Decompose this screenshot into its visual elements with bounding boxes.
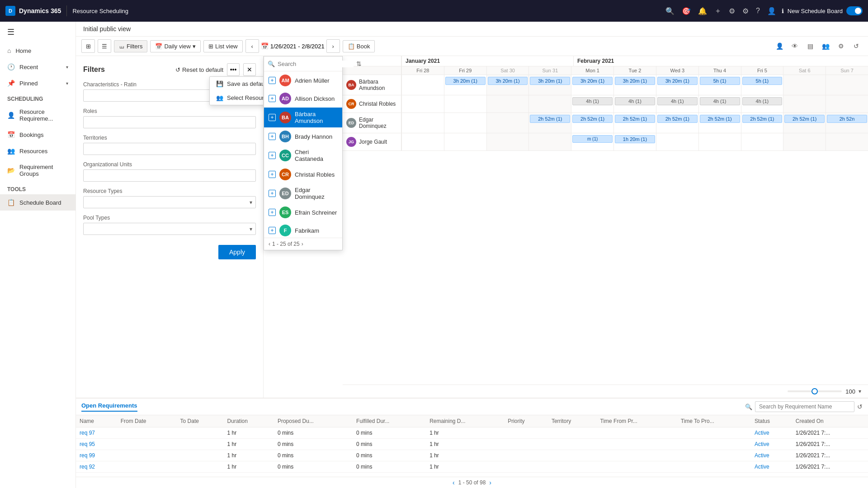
zoom-slider[interactable] <box>788 390 842 392</box>
sidebar-item-resources[interactable]: 👥 Resources <box>0 143 75 159</box>
req-name-link[interactable]: req 92 <box>80 464 95 470</box>
status-active-link[interactable]: Active <box>755 452 769 459</box>
status-active-link[interactable]: Active <box>755 441 769 447</box>
req-name-link[interactable]: req 99 <box>80 452 95 459</box>
cell-barbara-mon1[interactable]: 3h 20m (1) <box>571 75 613 95</box>
plus-icon[interactable]: ＋ <box>714 6 722 16</box>
resource-add-icon[interactable]: + <box>269 171 276 178</box>
resource-add-icon[interactable]: + <box>269 209 276 216</box>
new-schedule-toggle-switch[interactable] <box>846 6 863 15</box>
sidebar-item-bookings[interactable]: 📅 Bookings <box>0 127 75 143</box>
target-icon[interactable]: 🎯 <box>682 7 691 15</box>
cell-barbara-wed3[interactable]: 3h 20m (1) <box>656 75 698 95</box>
search-icon[interactable]: 🔍 <box>665 7 675 15</box>
cell-jorge-mon1[interactable]: m (1) <box>571 133 613 150</box>
resource-types-select[interactable] <box>83 196 256 208</box>
roles-input[interactable] <box>83 116 256 128</box>
resource-add-icon[interactable]: + <box>269 227 276 234</box>
territories-input[interactable] <box>83 143 256 155</box>
cell-christal-mon1[interactable]: 4h (1) <box>571 95 613 113</box>
columns-icon[interactable]: ▤ <box>804 40 816 52</box>
cell-barbara-sat30[interactable]: 3h 20m (1) <box>486 75 529 95</box>
prev-date-button[interactable]: ‹ <box>245 39 259 53</box>
cell-edgar-fri5[interactable]: 2h 52m (1) <box>741 113 783 133</box>
cell-barbara-sun31[interactable]: 3h 20m (1) <box>528 75 571 95</box>
list-item[interactable]: + ES Efrain Schreiner <box>264 203 342 221</box>
resource-add-icon[interactable]: + <box>269 152 276 159</box>
filters-close-button[interactable]: ✕ <box>243 63 256 76</box>
list-item[interactable]: + F Fabrikam <box>264 221 342 238</box>
expand-button[interactable]: ▾ <box>855 387 864 396</box>
req-name-link[interactable]: req 97 <box>80 430 95 436</box>
sidebar-item-home[interactable]: ⌂ Home <box>0 42 75 59</box>
user-icon[interactable]: 👤 <box>767 7 776 15</box>
person-add-icon[interactable]: 👥 <box>819 40 832 52</box>
req-name-link[interactable]: req 95 <box>80 441 95 447</box>
status-active-link[interactable]: Active <box>755 430 769 436</box>
sidebar-item-resource-req[interactable]: 👤 Resource Requireme... <box>0 104 75 127</box>
filters-more-button[interactable]: ••• <box>227 63 240 76</box>
apply-button[interactable]: Apply <box>218 245 256 259</box>
cell-edgar-thu4[interactable]: 2h 52m (1) <box>698 113 741 133</box>
help-icon[interactable]: ? <box>756 7 760 15</box>
book-button[interactable]: 📋 Book <box>343 40 375 52</box>
sidebar-item-schedule-board[interactable]: 📋 Schedule Board <box>0 194 75 211</box>
cell-jorge-tue2[interactable]: 1h 20m (1) <box>613 133 656 150</box>
cell-edgar-sun7[interactable]: 2h 52n <box>826 113 868 133</box>
req-search-input[interactable] <box>755 401 854 412</box>
resource-add-icon[interactable]: + <box>269 95 276 102</box>
gear-icon[interactable]: ⚙ <box>742 7 749 15</box>
cell-edgar-mon1[interactable]: 2h 52m (1) <box>571 113 613 133</box>
req-next-page-btn[interactable]: › <box>489 479 491 486</box>
bell-icon[interactable]: 🔔 <box>698 7 707 15</box>
settings-icon[interactable]: ⚙ <box>835 40 847 52</box>
zoom-thumb[interactable] <box>811 388 818 394</box>
cell-barbara-fri29[interactable]: 3h 20m (1) <box>444 75 486 95</box>
reset-to-default-button[interactable]: ↺ Reset to default <box>175 66 223 73</box>
cell-edgar-sun31[interactable]: 2h 52m (1) <box>528 113 571 133</box>
eye-icon[interactable]: 👁 <box>788 40 801 52</box>
list-item[interactable]: + AD Allison Dickson <box>264 89 342 108</box>
people-icon[interactable]: 👤 <box>773 40 786 52</box>
cell-christal-thu4[interactable]: 4h (1) <box>698 95 741 113</box>
list-view-button[interactable]: ⊞ List view <box>203 40 243 52</box>
cell-christal-tue2[interactable]: 4h (1) <box>613 95 656 113</box>
pool-types-select[interactable] <box>83 223 256 235</box>
resource-search-input[interactable] <box>278 61 354 67</box>
resource-prev-btn[interactable]: ‹ <box>269 241 270 247</box>
list-item[interactable]: + ED Edgar Dominquez <box>264 183 342 203</box>
sidebar-item-req-groups[interactable]: 📂 Requirement Groups <box>0 159 75 182</box>
resource-add-icon[interactable]: + <box>269 77 276 84</box>
cell-christal-fri5[interactable]: 4h (1) <box>741 95 783 113</box>
cell-barbara-fri5[interactable]: 5h (1) <box>741 75 783 95</box>
daily-view-button[interactable]: 📅 Daily view ▾ <box>150 40 201 52</box>
open-requirements-tab[interactable]: Open Requirements <box>81 402 137 412</box>
resource-add-icon[interactable]: + <box>269 133 276 140</box>
list-item[interactable]: + BH Brady Hannon <box>264 127 342 145</box>
list-view-icon-button[interactable]: ☰ <box>98 39 111 53</box>
cell-edgar-tue2[interactable]: 2h 52m (1) <box>613 113 656 133</box>
cell-edgar-wed3[interactable]: 2h 52m (1) <box>656 113 698 133</box>
select-resources-item[interactable]: 👥 Select Resources <box>210 91 264 105</box>
list-item[interactable]: + CC Cheri Castaneda <box>264 145 342 165</box>
save-as-default-item[interactable]: 💾 Save as default <box>210 77 264 91</box>
list-item[interactable]: + BA Bàrbara Amundson <box>264 108 342 127</box>
sidebar-item-pinned[interactable]: 📌 Pinned ▾ <box>0 75 75 91</box>
cell-edgar-sat6[interactable]: 2h 52m (1) <box>783 113 826 133</box>
resource-add-icon[interactable]: + <box>269 114 276 121</box>
list-item[interactable]: + AM Adrien Müller <box>264 71 342 89</box>
resource-next-btn[interactable]: › <box>302 241 303 247</box>
refresh-icon[interactable]: ↺ <box>850 40 863 52</box>
resource-sort-icon[interactable]: ⇅ <box>356 60 362 67</box>
req-refresh-icon[interactable]: ↺ <box>857 403 863 410</box>
filter-icon[interactable]: ⚙ <box>729 7 735 15</box>
resource-add-icon[interactable]: + <box>269 190 276 197</box>
status-active-link[interactable]: Active <box>755 464 769 470</box>
next-date-button[interactable]: › <box>326 39 340 53</box>
sidebar-item-recent[interactable]: 🕐 Recent ▾ <box>0 59 75 75</box>
hamburger-button[interactable]: ☰ <box>0 22 75 42</box>
cell-christal-wed3[interactable]: 4h (1) <box>656 95 698 113</box>
filters-button[interactable]: ⧢ Filters <box>114 40 147 52</box>
cell-barbara-tue2[interactable]: 3h 20m (1) <box>613 75 656 95</box>
list-item[interactable]: + CR Christal Robles <box>264 165 342 183</box>
